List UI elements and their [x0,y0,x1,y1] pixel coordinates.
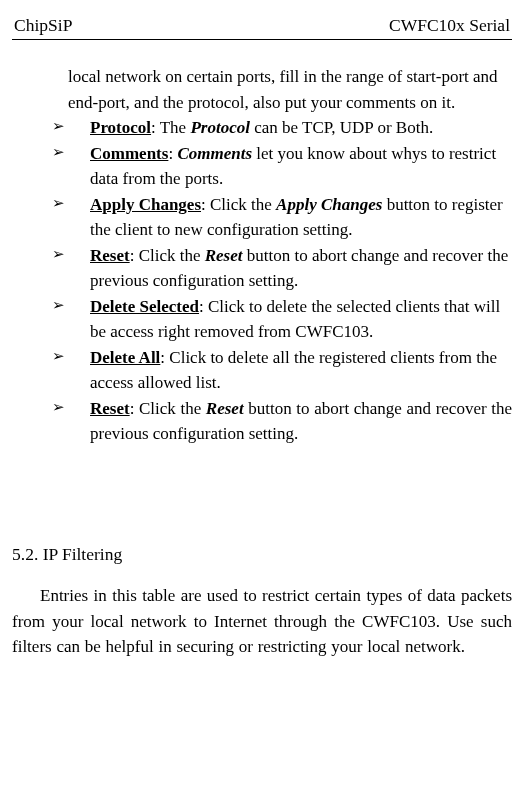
bullet-reset-2: Reset: Click the Reset button to abort c… [68,396,512,447]
page-header: ChipSiP CWFC10x Serial [12,12,512,39]
label: Comments [90,144,168,163]
emph: Reset [206,399,244,418]
header-left: ChipSiP [14,12,72,38]
bullet-comments: Comments: Comments let you know about wh… [68,141,512,192]
bullet-apply-changes: Apply Changes: Click the Apply Changes b… [68,192,512,243]
section-heading: 5.2. IP Filtering [12,541,512,567]
text: : Click the [201,195,276,214]
label: Apply Changes [90,195,201,214]
text: : Click the [130,399,206,418]
emph: Protocol [190,118,250,137]
label: Reset [90,399,130,418]
bullet-list: Protocol: The Protocol can be TCP, UDP o… [68,115,512,447]
label: Reset [90,246,130,265]
bullet-delete-all: Delete All: Click to delete all the regi… [68,345,512,396]
label: Delete Selected [90,297,199,316]
bullet-delete-selected: Delete Selected: Click to delete the sel… [68,294,512,345]
text: : The [151,118,190,137]
content-block: local network on certain ports, fill in … [12,64,512,447]
emph: Reset [205,246,243,265]
page: ChipSiP CWFC10x Serial local network on … [0,0,522,670]
text: : Click the [130,246,205,265]
bullet-protocol: Protocol: The Protocol can be TCP, UDP o… [68,115,512,141]
label: Protocol [90,118,151,137]
emph: Apply Changes [276,195,382,214]
tail: can be TCP, UDP or Both. [250,118,433,137]
header-rule [12,39,512,40]
section-body: Entries in this table are used to restri… [12,583,512,660]
label: Delete All [90,348,160,367]
intro-text: local network on certain ports, fill in … [68,64,512,115]
bullet-reset-1: Reset: Click the Reset button to abort c… [68,243,512,294]
emph: Comments [177,144,252,163]
header-right: CWFC10x Serial [389,12,510,38]
